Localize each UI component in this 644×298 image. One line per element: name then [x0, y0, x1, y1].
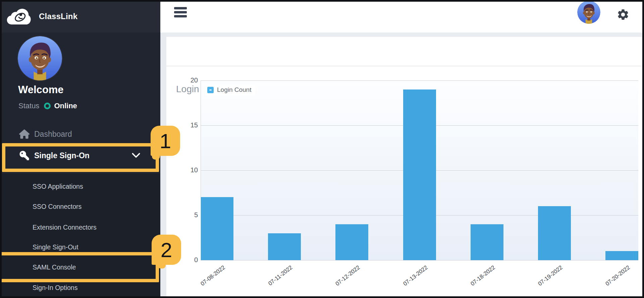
y-axis-tick-label: 20 — [191, 76, 198, 84]
x-axis-tick-label: 07-08-2022 — [199, 264, 226, 287]
badge-tail — [152, 155, 160, 160]
bar-07-12-2022 — [335, 224, 368, 260]
sidebar-item-dashboard[interactable]: Dashboard — [0, 125, 160, 143]
tutorial-step-1-badge: 1 — [151, 126, 180, 156]
sidebar-item-single-sign-out[interactable]: Single Sign-Out — [33, 241, 140, 253]
header-user-avatar[interactable] — [577, 1, 600, 24]
bar-07-20-2022 — [605, 251, 638, 260]
user-avatar — [18, 36, 62, 80]
x-axis-tick-label: 07-12-2022 — [334, 264, 362, 287]
top-header — [160, 0, 644, 33]
status-row: Status Online — [18, 102, 77, 110]
bar-07-08-2022 — [201, 197, 233, 260]
menu-toggle-button[interactable] — [174, 7, 187, 18]
brand-name: ClassLink — [39, 12, 77, 21]
chevron-down-icon — [131, 153, 141, 159]
sidebar-item-label: Single Sign-On — [34, 151, 90, 160]
chart-legend[interactable]: Login Count — [205, 85, 255, 95]
y-axis-tick-label: 15 — [191, 121, 198, 129]
login-chart-card: Login Past 14 Days ? 0510152007-08-20220… — [166, 37, 642, 296]
settings-gear-icon[interactable] — [616, 8, 630, 21]
bar-07-13-2022 — [403, 90, 436, 260]
gridline-y-20 — [201, 80, 638, 81]
legend-swatch-icon — [207, 87, 214, 93]
gridline-y-0 — [201, 260, 638, 260]
x-axis-tick-label: 07-13-2022 — [402, 264, 429, 287]
welcome-text: Welcome — [18, 84, 64, 96]
sidebar-item-sign-in-options[interactable]: Sign-In Options — [33, 282, 140, 293]
chart-title-prefix: Login — [176, 84, 199, 95]
status-value: Online — [54, 102, 77, 110]
home-icon — [19, 129, 30, 139]
title-divider — [166, 66, 642, 66]
sidebar-item-sso-connectors[interactable]: SSO Connectors — [33, 201, 140, 212]
x-axis-tick-label: 07-19-2022 — [537, 264, 564, 287]
status-label: Status — [18, 102, 39, 110]
x-axis-tick-label: 07-20-2022 — [604, 264, 631, 287]
sidebar-item-saml-console[interactable]: SAML Console — [33, 261, 140, 273]
app-window: ClassLink — [0, 0, 644, 298]
x-axis-tick-label: 07-11-2022 — [267, 264, 294, 287]
classlink-cloud-logo-icon — [5, 5, 34, 28]
step-number: 2 — [161, 238, 172, 262]
sso-submenu: SSO Applications SSO Connectors Extensio… — [0, 174, 160, 298]
y-axis-line — [201, 80, 201, 260]
sidebar-item-label: Dashboard — [34, 130, 72, 139]
bar-07-18-2022 — [471, 224, 503, 260]
sidebar-item-single-sign-on[interactable]: Single Sign-On — [0, 147, 160, 164]
key-icon — [19, 151, 30, 160]
legend-label: Login Count — [217, 86, 251, 94]
sidebar: ClassLink — [0, 0, 160, 298]
step-number: 1 — [160, 129, 171, 153]
badge-tail — [158, 264, 166, 269]
y-axis-tick-label: 10 — [191, 166, 198, 174]
status-online-icon — [44, 103, 51, 109]
y-axis-tick-label: 0 — [194, 256, 198, 264]
sidebar-brand[interactable]: ClassLink — [0, 0, 160, 33]
y-axis-tick-label: 5 — [194, 211, 198, 219]
x-axis-tick-label: 07-18-2022 — [469, 264, 496, 287]
tutorial-step-2-badge: 2 — [152, 235, 181, 265]
bar-07-19-2022 — [538, 206, 571, 260]
sidebar-item-extension-connectors[interactable]: Extension Connectors — [33, 222, 140, 233]
bar-07-11-2022 — [268, 233, 301, 260]
sidebar-item-sso-applications[interactable]: SSO Applications — [33, 181, 140, 192]
